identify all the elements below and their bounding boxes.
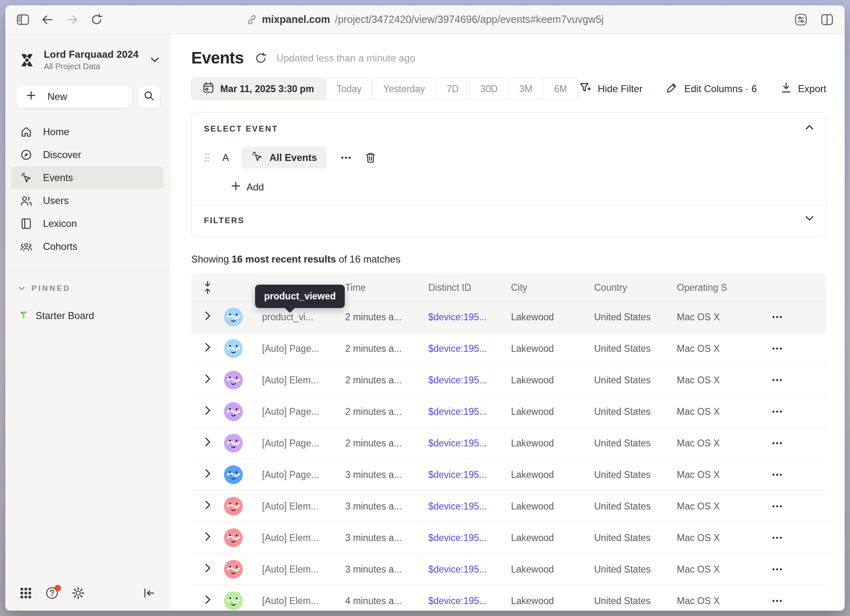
- table-row[interactable]: [Auto] Elem... 3 minutes a... $device:19…: [191, 522, 826, 553]
- table-row[interactable]: [Auto] Elem... 4 minutes a... $device:19…: [191, 585, 826, 611]
- row-actions-button[interactable]: [769, 344, 785, 353]
- row-actions-button[interactable]: [769, 502, 785, 510]
- column-header-os[interactable]: Operating S: [677, 282, 751, 293]
- event-city: Lakewood: [511, 406, 594, 417]
- main-content: Events Updated less than a minute ago: [170, 34, 845, 611]
- sidebar-item-discover[interactable]: Discover: [11, 143, 164, 166]
- help-icon[interactable]: [45, 587, 59, 600]
- collapse-sidebar-icon[interactable]: [142, 587, 156, 600]
- row-actions-button[interactable]: [769, 439, 785, 447]
- row-actions-button[interactable]: [769, 313, 785, 321]
- distinct-id-link[interactable]: $device:195...: [428, 596, 487, 606]
- row-expand-icon[interactable]: [205, 500, 210, 512]
- search-button[interactable]: [138, 85, 161, 108]
- sidebar-item-cohorts[interactable]: Cohorts: [11, 235, 164, 258]
- distinct-id-link[interactable]: $device:195...: [428, 564, 487, 575]
- back-button[interactable]: [41, 13, 54, 27]
- distinct-id-link[interactable]: $device:195...: [428, 532, 487, 543]
- column-header-country[interactable]: Country: [594, 282, 677, 293]
- distinct-id-link[interactable]: $device:195...: [428, 343, 487, 354]
- row-expand-icon[interactable]: [205, 595, 210, 607]
- date-range-3m[interactable]: 3M: [509, 78, 543, 100]
- date-range-30d[interactable]: 30D: [470, 78, 509, 100]
- event-name[interactable]: [Auto] Elem...: [262, 375, 319, 385]
- split-view-icon[interactable]: [820, 13, 834, 27]
- event-name[interactable]: [Auto] Page...: [262, 438, 319, 448]
- event-name[interactable]: [Auto] Page...: [262, 343, 319, 354]
- row-expand-icon[interactable]: [205, 437, 210, 449]
- event-more-button[interactable]: [337, 156, 355, 159]
- column-header-distinct-id[interactable]: Distinct ID: [428, 282, 511, 293]
- gear-icon[interactable]: [72, 587, 85, 600]
- url-bar[interactable]: mixpanel.com/project/3472420/view/397469…: [5, 5, 845, 34]
- event-tooltip: product_viewed: [255, 285, 345, 308]
- table-row[interactable]: [Auto] Page... 2 minutes a... $device:19…: [191, 427, 826, 459]
- pinned-section-header[interactable]: PINNED: [5, 269, 170, 293]
- sidebar-toggle-icon[interactable]: [16, 13, 30, 27]
- distinct-id-link[interactable]: $device:195...: [428, 312, 487, 322]
- date-range-7d[interactable]: 7D: [436, 78, 470, 100]
- event-name[interactable]: [Auto] Page...: [262, 406, 319, 417]
- row-expand-icon[interactable]: [205, 564, 210, 575]
- event-name[interactable]: [Auto] Elem...: [262, 596, 319, 606]
- row-actions-button[interactable]: [769, 376, 785, 384]
- row-actions-button[interactable]: [769, 565, 785, 573]
- distinct-id-link[interactable]: $device:195...: [428, 375, 487, 385]
- hide-filter-button[interactable]: Hide Filter: [579, 82, 642, 96]
- page-settings-icon[interactable]: [794, 13, 808, 27]
- sidebar-item-users[interactable]: Users: [11, 189, 164, 212]
- sidebar-item-home[interactable]: Home: [11, 120, 164, 143]
- table-row[interactable]: [Auto] Elem... 2 minutes a... $device:19…: [191, 364, 826, 396]
- row-expand-icon[interactable]: [205, 406, 210, 417]
- distinct-id-link[interactable]: $device:195...: [428, 501, 487, 512]
- add-event-button[interactable]: Add: [231, 181, 814, 205]
- row-actions-button[interactable]: [769, 471, 785, 479]
- row-expand-icon[interactable]: [205, 469, 210, 480]
- distinct-id-link[interactable]: $device:195...: [428, 406, 487, 417]
- apps-grid-icon[interactable]: [19, 587, 32, 600]
- refresh-icon[interactable]: [255, 52, 267, 64]
- row-actions-button[interactable]: [769, 534, 785, 542]
- row-actions-button[interactable]: [769, 408, 785, 416]
- column-header-time[interactable]: Time: [345, 282, 428, 293]
- event-name[interactable]: [Auto] Elem...: [262, 532, 319, 543]
- event-name[interactable]: [Auto] Page...: [262, 469, 319, 480]
- trash-icon[interactable]: [365, 152, 376, 163]
- export-button[interactable]: Export: [781, 82, 826, 96]
- table-row[interactable]: [Auto] Page... 2 minutes a... $device:19…: [191, 396, 826, 427]
- row-expand-icon[interactable]: [205, 343, 210, 354]
- event-city: Lakewood: [511, 343, 594, 354]
- table-row[interactable]: [Auto] Elem... 3 minutes a... $device:19…: [191, 553, 826, 585]
- event-name[interactable]: [Auto] Elem...: [262, 501, 319, 512]
- date-picker-button[interactable]: Mar 11, 2025 3:30 pm: [192, 78, 326, 100]
- event-name[interactable]: [Auto] Elem...: [262, 564, 319, 575]
- edit-columns-button[interactable]: Edit Columns · 6: [666, 82, 757, 96]
- row-expand-icon[interactable]: [205, 374, 210, 386]
- sidebar-item-lexicon[interactable]: Lexicon: [11, 212, 164, 235]
- distinct-id-link[interactable]: $device:195...: [428, 438, 487, 448]
- drag-handle-icon[interactable]: [204, 153, 210, 163]
- date-range-today[interactable]: Today: [326, 78, 373, 100]
- row-expand-icon[interactable]: [205, 311, 210, 323]
- project-switcher[interactable]: Lord Farquaad 2024 All Project Data: [5, 34, 170, 71]
- table-row[interactable]: [Auto] Elem... 3 minutes a... $device:19…: [191, 490, 826, 522]
- row-actions-button[interactable]: [769, 597, 785, 605]
- table-row[interactable]: [Auto] Page... 3 minutes a... $device:19…: [191, 459, 826, 490]
- distinct-id-link[interactable]: $device:195...: [428, 469, 487, 480]
- table-row[interactable]: [Auto] Page... 2 minutes a... $device:19…: [191, 333, 826, 364]
- new-button[interactable]: New: [16, 85, 132, 108]
- date-range-6m[interactable]: 6M: [543, 78, 578, 100]
- event-select-pill[interactable]: All Events: [242, 147, 327, 169]
- sort-icon[interactable]: [191, 281, 224, 294]
- chevron-up-icon[interactable]: [805, 124, 814, 131]
- event-name[interactable]: product_vi...: [262, 312, 313, 322]
- row-expand-icon[interactable]: [205, 532, 210, 544]
- filter-plus-icon: [579, 82, 591, 96]
- reload-button[interactable]: [90, 13, 104, 27]
- chevron-down-icon[interactable]: [805, 215, 814, 222]
- date-range-yesterday[interactable]: Yesterday: [373, 78, 436, 100]
- forward-button[interactable]: [65, 13, 79, 27]
- sidebar-item-events[interactable]: Events: [11, 166, 164, 189]
- sidebar-item-starter-board[interactable]: Starter Board: [5, 293, 170, 322]
- column-header-city[interactable]: City: [511, 282, 594, 293]
